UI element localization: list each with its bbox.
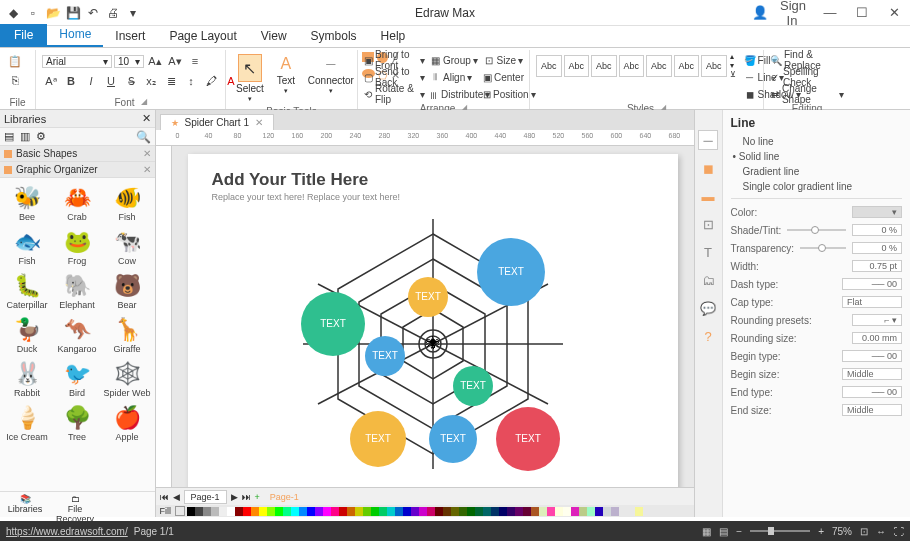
color-swatch[interactable] (627, 507, 635, 516)
rtab-line-icon[interactable]: ─ (698, 130, 718, 150)
color-swatch[interactable] (571, 507, 579, 516)
color-swatch[interactable] (579, 507, 587, 516)
tab-help[interactable]: Help (369, 26, 418, 47)
page-nav-prev-icon[interactable]: ◀ (173, 492, 180, 502)
color-swatch[interactable] (363, 507, 371, 516)
shrink-font-icon[interactable]: A▾ (166, 52, 184, 70)
color-swatch[interactable] (523, 507, 531, 516)
color-swatch[interactable] (291, 507, 299, 516)
doc-close-icon[interactable]: ✕ (255, 117, 263, 128)
color-swatch[interactable] (331, 507, 339, 516)
color-swatch[interactable] (235, 507, 243, 516)
color-swatch[interactable] (451, 507, 459, 516)
zoom-in-icon[interactable]: + (818, 526, 824, 537)
color-swatch[interactable] (371, 507, 379, 516)
close-icon[interactable]: ✕ (882, 5, 906, 20)
tab-insert[interactable]: Insert (103, 26, 157, 47)
page-new-tab[interactable]: Page-1 (264, 491, 305, 503)
print-icon[interactable]: 🖨 (104, 4, 122, 22)
color-swatch[interactable] (555, 507, 563, 516)
sign-in-link[interactable]: Sign In (780, 0, 804, 28)
transparency-slider[interactable] (800, 247, 846, 249)
strike-icon[interactable]: S̶ (122, 72, 140, 90)
shape-fish[interactable]: 🐠Fish (102, 182, 152, 226)
cap-value[interactable]: Flat (842, 296, 902, 308)
rtab-fill-icon[interactable]: ◼ (698, 158, 718, 178)
style-gallery[interactable]: Abc Abc Abc Abc Abc Abc Abc (536, 55, 727, 77)
zoom-out-icon[interactable]: − (736, 526, 742, 537)
chart-title[interactable]: Add Your Title Here (212, 170, 654, 190)
shape-cow[interactable]: 🐄Cow (102, 226, 152, 270)
color-swatch[interactable] (563, 507, 571, 516)
gallery-down-icon[interactable]: ▾ (730, 61, 736, 70)
app-icon[interactable]: ◆ (4, 4, 22, 22)
color-swatch[interactable] (419, 507, 427, 516)
fit-page-icon[interactable]: ⊡ (860, 526, 868, 537)
font-dialog-icon[interactable]: ◢ (141, 97, 147, 108)
shade-slider[interactable] (787, 229, 846, 231)
gallery-more-icon[interactable]: ⊻ (730, 70, 736, 79)
opt-gradient-line[interactable]: Gradient line (731, 164, 903, 179)
color-swatch[interactable] (611, 507, 619, 516)
lib-category-graphic[interactable]: Graphic Organizer✕ (0, 162, 155, 178)
chart-subtitle[interactable]: Replace your text here! Replace your tex… (212, 192, 654, 202)
qat-dropdown-icon[interactable]: ▾ (124, 4, 142, 22)
shape-spider-web[interactable]: 🕸️Spider Web (102, 358, 152, 402)
spider-chart[interactable]: TEXT TEXT TEXT TEXT TEXT TEXT TEXT TEXT … (273, 204, 593, 484)
copy-icon[interactable]: ⎘ (6, 71, 24, 89)
shape-kangaroo[interactable]: 🦘Kangaroo (52, 314, 102, 358)
page-nav-last-icon[interactable]: ⏭ (242, 492, 251, 502)
shape-frog[interactable]: 🐸Frog (52, 226, 102, 270)
color-swatch[interactable] (211, 507, 219, 516)
color-swatch[interactable] (267, 507, 275, 516)
color-swatch[interactable] (411, 507, 419, 516)
libraries-close-icon[interactable]: ✕ (142, 112, 151, 125)
center-btn[interactable]: ▣Center (483, 69, 523, 85)
fit-width-icon[interactable]: ↔ (876, 526, 886, 537)
undo-icon[interactable]: ↶ (84, 4, 102, 22)
search-icon[interactable]: 🔍 (136, 130, 151, 144)
line-spacing-icon[interactable]: ↕ (182, 72, 200, 90)
shape-bear[interactable]: 🐻Bear (102, 270, 152, 314)
color-swatch[interactable] (499, 507, 507, 516)
connector-tool[interactable]: ⏤Connector▾ (304, 52, 358, 97)
color-swatch[interactable] (603, 507, 611, 516)
shade-value[interactable]: 0 % (852, 224, 902, 236)
color-swatch[interactable] (259, 507, 267, 516)
tab-symbols[interactable]: Symbols (299, 26, 369, 47)
subscript-icon[interactable]: x₂ (142, 72, 160, 90)
tab-file[interactable]: File (0, 24, 47, 47)
color-swatch[interactable] (483, 507, 491, 516)
shape-caterpillar[interactable]: 🐛Caterpillar (2, 270, 52, 314)
gallery-up-icon[interactable]: ▴ (730, 52, 736, 61)
color-swatch[interactable] (347, 507, 355, 516)
tab-view[interactable]: View (249, 26, 299, 47)
distribute-btn[interactable]: ⫼Distribute ▾ (429, 86, 479, 102)
color-swatch[interactable] (635, 507, 643, 516)
color-swatch[interactable] (427, 507, 435, 516)
page-nav-first-icon[interactable]: ⏮ (160, 492, 169, 502)
position-btn[interactable]: ⊞Position ▾ (483, 86, 523, 102)
change-shape[interactable]: ⇄Change Shape ▾ (770, 86, 844, 102)
opt-solid-line[interactable]: Solid line (731, 149, 903, 164)
lib-list-icon[interactable]: ▤ (4, 130, 14, 143)
underline-icon[interactable]: U (102, 72, 120, 90)
paste-icon[interactable]: 📋 (6, 52, 24, 70)
color-swatch[interactable] (251, 507, 259, 516)
color-swatch[interactable] (475, 507, 483, 516)
color-swatch[interactable] (219, 507, 227, 516)
color-swatch[interactable] (227, 507, 235, 516)
italic-icon[interactable]: I (82, 72, 100, 90)
color-swatch[interactable] (387, 507, 395, 516)
color-swatch[interactable] (403, 507, 411, 516)
lib-category-basic[interactable]: Basic Shapes✕ (0, 146, 155, 162)
color-swatch[interactable] (467, 507, 475, 516)
color-swatch[interactable] (491, 507, 499, 516)
align-btn[interactable]: ⫴Align ▾ (429, 69, 479, 85)
color-swatch[interactable] (195, 507, 203, 516)
bullets-icon[interactable]: ≣ (162, 72, 180, 90)
color-swatch[interactable] (355, 507, 363, 516)
lib-gear-icon[interactable]: ⚙ (36, 130, 46, 143)
color-swatch[interactable] (507, 507, 515, 516)
color-swatch[interactable] (435, 507, 443, 516)
